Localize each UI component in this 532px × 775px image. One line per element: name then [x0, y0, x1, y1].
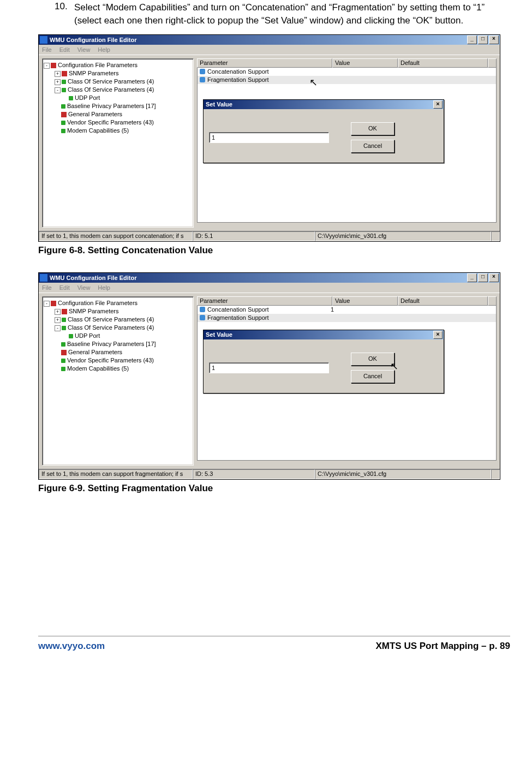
footer-page-label: XMTS US Port Mapping – p. 89: [375, 641, 510, 652]
config-tree[interactable]: -Configuration File Parameters +SNMP Par…: [42, 296, 194, 466]
close-button[interactable]: ×: [489, 35, 499, 44]
page-footer: www.vyyo.com XMTS US Port Mapping – p. 8…: [38, 636, 510, 652]
minimize-button[interactable]: _: [467, 273, 477, 282]
value-input[interactable]: 1: [209, 132, 329, 143]
menu-file[interactable]: File: [42, 46, 52, 53]
list-row[interactable]: Fragmentation Support: [198, 314, 496, 322]
ok-button[interactable]: OK: [351, 122, 394, 135]
list-row[interactable]: Concatenation Support 1: [198, 306, 496, 314]
tree-item[interactable]: Class Of Service Parameters (4): [68, 324, 154, 331]
param-value: 1: [331, 306, 396, 313]
menu-bar: File Edit View Help: [39, 283, 500, 293]
menu-view[interactable]: View: [77, 46, 91, 53]
col-spacer: [488, 296, 497, 306]
col-value[interactable]: Value: [332, 58, 398, 68]
resize-grip[interactable]: [491, 469, 500, 479]
dialog-title-bar[interactable]: Set Value ×: [204, 330, 444, 339]
window-title: WMU Configuration File Editor: [50, 275, 466, 281]
col-spacer: [488, 58, 497, 68]
col-default[interactable]: Default: [398, 58, 488, 68]
param-name: Concatenation Support: [207, 68, 331, 75]
status-hint: If set to 1, this modem can support frag…: [39, 469, 193, 479]
resize-grip[interactable]: [491, 231, 500, 241]
menu-help[interactable]: Help: [98, 46, 110, 53]
footer-url[interactable]: www.vyyo.com: [38, 641, 105, 652]
set-value-dialog: Set Value × 1 OK ↖ Cancel: [203, 330, 444, 394]
menu-edit[interactable]: Edit: [59, 284, 70, 291]
status-id: ID: 5.1: [193, 231, 315, 241]
dialog-close-button[interactable]: ×: [433, 331, 443, 339]
parameter-list: Parameter Value Default Concatenation Su…: [197, 296, 497, 460]
tree-item[interactable]: General Parameters: [68, 349, 122, 355]
menu-file[interactable]: File: [42, 284, 52, 291]
tree-item[interactable]: Class Of Service Parameters (4): [68, 316, 154, 323]
dialog-title: Set Value: [206, 331, 232, 338]
status-bar: If set to 1, this modem can support frag…: [39, 469, 500, 479]
tree-item[interactable]: Class Of Service Parameters (4): [68, 86, 154, 93]
col-parameter[interactable]: Parameter: [197, 58, 332, 68]
list-row[interactable]: Concatenation Support: [198, 68, 496, 76]
status-bar: If set to 1, this modem can support conc…: [39, 231, 500, 241]
ok-button[interactable]: OK: [351, 353, 394, 366]
menu-bar: File Edit View Help: [39, 45, 500, 55]
col-parameter[interactable]: Parameter: [197, 296, 332, 306]
list-header: Parameter Value Default: [197, 296, 497, 306]
col-default[interactable]: Default: [398, 296, 488, 306]
tree-root[interactable]: Configuration File Parameters: [58, 62, 138, 68]
status-hint: If set to 1, this modem can support conc…: [39, 231, 193, 241]
app-icon: [40, 36, 47, 44]
title-bar[interactable]: WMU Configuration File Editor _ □ ×: [39, 273, 500, 283]
tree-item[interactable]: General Parameters: [68, 111, 122, 117]
config-tree[interactable]: -Configuration File Parameters +SNMP Par…: [42, 58, 194, 228]
menu-help[interactable]: Help: [98, 284, 110, 291]
instruction-step: 10. Select “Modem Capabilities” and turn…: [38, 0, 510, 28]
param-name: Fragmentation Support: [207, 314, 331, 321]
close-button[interactable]: ×: [489, 273, 499, 282]
maximize-button[interactable]: □: [478, 273, 488, 282]
status-id: ID: 5.3: [193, 469, 315, 479]
tree-item[interactable]: Baseline Privacy Parameters [17]: [67, 341, 156, 347]
tree-item[interactable]: SNMP Parameters: [69, 308, 119, 314]
cancel-button[interactable]: Cancel: [351, 370, 394, 383]
status-path: C:\Vyyo\mic\mic_v301.cfg: [315, 469, 491, 479]
param-icon: [200, 69, 205, 74]
dialog-title: Set Value: [206, 101, 232, 108]
list-row[interactable]: Fragmentation Support: [198, 76, 496, 84]
list-header: Parameter Value Default: [197, 58, 497, 68]
minimize-button[interactable]: _: [467, 35, 477, 44]
wmu-editor-window-fig69: WMU Configuration File Editor _ □ × File…: [38, 272, 500, 480]
tree-item[interactable]: SNMP Parameters: [69, 70, 119, 76]
figure-caption-68: Figure 6-8. Setting Concatenation Value: [38, 245, 510, 256]
value-input[interactable]: 1: [209, 362, 329, 373]
tree-item[interactable]: UDP Port: [75, 332, 100, 339]
wmu-editor-window-fig68: WMU Configuration File Editor _ □ × File…: [38, 34, 500, 242]
tree-item[interactable]: Class Of Service Parameters (4): [68, 78, 154, 85]
param-icon: [200, 307, 205, 312]
tree-item[interactable]: Vendor Specific Parameters (43): [67, 119, 154, 126]
col-value[interactable]: Value: [332, 296, 398, 306]
set-value-dialog: Set Value × 1 OK Cancel: [203, 99, 444, 163]
status-path: C:\Vyyo\mic\mic_v301.cfg: [315, 231, 491, 241]
tree-item[interactable]: UDP Port: [75, 94, 100, 101]
menu-view[interactable]: View: [77, 284, 91, 291]
tree-item[interactable]: Vendor Specific Parameters (43): [67, 357, 154, 363]
param-name: Concatenation Support: [207, 306, 331, 313]
maximize-button[interactable]: □: [478, 35, 488, 44]
title-bar[interactable]: WMU Configuration File Editor _ □ ×: [39, 35, 500, 45]
tree-item[interactable]: Modem Capabilities (5): [67, 127, 129, 134]
tree-root[interactable]: Configuration File Parameters: [58, 300, 138, 306]
tree-item[interactable]: Baseline Privacy Parameters [17]: [67, 103, 156, 109]
dialog-close-button[interactable]: ×: [433, 100, 443, 109]
param-icon: [200, 77, 205, 82]
parameter-list: Parameter Value Default Concatenation Su…: [197, 58, 497, 222]
dialog-title-bar[interactable]: Set Value ×: [204, 100, 444, 109]
app-icon: [40, 274, 47, 282]
tree-item[interactable]: Modem Capabilities (5): [67, 365, 129, 372]
step-body: Select “Modem Capabilities” and turn on …: [74, 1, 510, 28]
param-icon: [200, 315, 205, 320]
figure-caption-69: Figure 6-9. Setting Fragmentation Value: [38, 483, 510, 494]
window-title: WMU Configuration File Editor: [50, 37, 466, 43]
param-name: Fragmentation Support: [207, 76, 331, 83]
cancel-button[interactable]: Cancel: [351, 140, 394, 153]
menu-edit[interactable]: Edit: [59, 46, 70, 53]
